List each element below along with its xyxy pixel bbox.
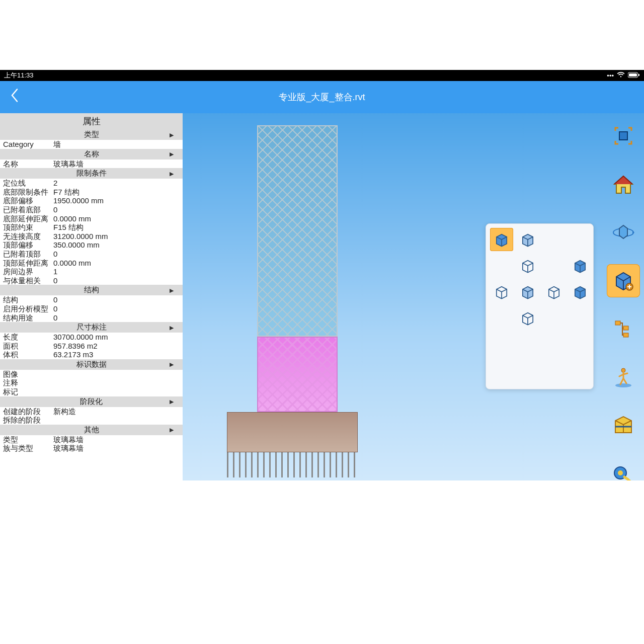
property-value: 玻璃幕墙 bbox=[53, 159, 180, 169]
property-row: 已附着顶部0 bbox=[0, 250, 183, 259]
property-row: 拆除的阶段 bbox=[0, 416, 183, 425]
svg-rect-7 bbox=[623, 326, 628, 330]
section-header-type[interactable]: 类型▶ bbox=[0, 129, 183, 140]
property-value bbox=[53, 416, 180, 425]
section-header-constraints[interactable]: 限制条件▶ bbox=[0, 168, 183, 179]
chevron-right-icon: ▶ bbox=[170, 287, 174, 293]
orbit-icon[interactable] bbox=[607, 216, 640, 249]
property-label: 顶部延伸距离 bbox=[3, 259, 53, 268]
measure-icon[interactable] bbox=[607, 457, 640, 480]
section-icon[interactable] bbox=[607, 409, 640, 442]
property-row: 底部延伸距离0.0000 mm bbox=[0, 214, 183, 223]
property-value: 1950.0000 mm bbox=[53, 196, 180, 205]
property-value: 2 bbox=[53, 179, 180, 188]
status-bar: 上午11:33 ••• bbox=[0, 70, 644, 81]
property-value: 350.0000 mm bbox=[53, 240, 180, 250]
property-row: 与体量相关0 bbox=[0, 276, 183, 285]
property-row: 创建的阶段新构造 bbox=[0, 407, 183, 416]
chevron-right-icon: ▶ bbox=[170, 427, 174, 433]
property-value: F15 结构 bbox=[53, 223, 180, 232]
status-time: 上午11:33 bbox=[4, 71, 34, 80]
property-row: 底部限制条件F7 结构 bbox=[0, 188, 183, 197]
property-value: 0.0000 mm bbox=[53, 214, 180, 223]
visual-style-hidden-line[interactable] bbox=[542, 280, 566, 303]
visual-style-ghost[interactable] bbox=[516, 306, 539, 330]
visual-style-wire-dark[interactable] bbox=[490, 280, 513, 303]
property-row: Category墙 bbox=[0, 140, 183, 149]
more-icon: ••• bbox=[607, 72, 614, 79]
property-label: 面积 bbox=[3, 342, 53, 351]
section-header-identity[interactable]: 标识数据▶ bbox=[0, 359, 183, 370]
property-label: 标记 bbox=[3, 387, 53, 396]
property-row: 顶部延伸距离0.0000 mm bbox=[0, 259, 183, 268]
chevron-right-icon: ▶ bbox=[170, 170, 174, 177]
property-label: 房间边界 bbox=[3, 267, 53, 276]
visual-style-shaded-transparent[interactable] bbox=[516, 228, 539, 251]
property-label: 无连接高度 bbox=[3, 232, 53, 241]
file-title: 专业版_大厦_整合.rvt bbox=[279, 91, 365, 103]
section-header-structure[interactable]: 结构▶ bbox=[0, 285, 183, 295]
property-label: 注释 bbox=[3, 378, 53, 387]
property-label: 底部偏移 bbox=[3, 196, 53, 205]
back-button[interactable] bbox=[10, 89, 19, 106]
property-label: 已附着底部 bbox=[3, 205, 53, 214]
section-header-phasing[interactable]: 阶段化▶ bbox=[0, 396, 183, 407]
property-row: 图像 bbox=[0, 370, 183, 379]
fullscreen-icon[interactable] bbox=[607, 119, 640, 152]
section-header-dimensions[interactable]: 尺寸标注▶ bbox=[0, 322, 183, 333]
svg-rect-1 bbox=[638, 74, 639, 76]
property-label: 底部限制条件 bbox=[3, 188, 53, 197]
property-label: 顶部约束 bbox=[3, 223, 53, 232]
property-label: 顶部偏移 bbox=[3, 240, 53, 250]
chevron-right-icon: ▶ bbox=[170, 324, 174, 331]
property-value: 墙 bbox=[53, 140, 180, 149]
walk-icon[interactable] bbox=[607, 361, 640, 394]
wifi-icon bbox=[617, 72, 625, 79]
visual-style-solid-blue[interactable] bbox=[569, 254, 592, 277]
home-icon[interactable] bbox=[607, 168, 640, 201]
property-value: 30700.0000 mm bbox=[53, 333, 180, 342]
visual-style-wireframe[interactable] bbox=[516, 254, 539, 277]
property-label: 创建的阶段 bbox=[3, 407, 53, 416]
section-header-other[interactable]: 其他▶ bbox=[0, 425, 183, 435]
right-toolbar bbox=[606, 119, 641, 480]
property-row: 标记 bbox=[0, 387, 183, 396]
property-value: 玻璃幕墙 bbox=[53, 444, 180, 453]
property-value: 0 bbox=[53, 295, 180, 304]
property-label: 启用分析模型 bbox=[3, 304, 53, 313]
tree-icon[interactable] bbox=[607, 312, 640, 346]
building-model[interactable] bbox=[207, 125, 358, 477]
visual-style-shaded-light[interactable] bbox=[516, 280, 539, 303]
property-label: 结构 bbox=[3, 295, 53, 304]
property-label: 族与类型 bbox=[3, 444, 53, 453]
visual-style-shaded-solid[interactable] bbox=[490, 228, 513, 251]
property-label: 拆除的阶段 bbox=[3, 416, 53, 425]
property-value: 0 bbox=[53, 205, 180, 214]
3d-viewport[interactable] bbox=[183, 113, 644, 480]
visual-style-realistic[interactable] bbox=[569, 280, 592, 303]
property-value: 0 bbox=[53, 250, 180, 259]
properties-panel-title: 属性 bbox=[0, 113, 183, 129]
property-row: 族与类型玻璃幕墙 bbox=[0, 444, 183, 453]
property-row: 启用分析模型0 bbox=[0, 304, 183, 313]
property-value bbox=[53, 370, 180, 379]
property-value: F7 结构 bbox=[53, 188, 180, 197]
section-header-name[interactable]: 名称▶ bbox=[0, 149, 183, 159]
property-row: 无连接高度31200.0000 mm bbox=[0, 232, 183, 241]
property-value: 0 bbox=[53, 313, 180, 323]
property-value: 1 bbox=[53, 267, 180, 276]
chevron-right-icon: ▶ bbox=[170, 398, 174, 405]
svg-rect-6 bbox=[615, 321, 620, 325]
property-row: 房间边界1 bbox=[0, 267, 183, 276]
property-row: 定位线2 bbox=[0, 179, 183, 188]
property-row: 名称玻璃幕墙 bbox=[0, 159, 183, 169]
svg-rect-3 bbox=[619, 132, 627, 140]
property-row: 结构0 bbox=[0, 295, 183, 304]
property-label: 类型 bbox=[3, 435, 53, 444]
chevron-right-icon: ▶ bbox=[170, 151, 174, 157]
properties-panel: 属性 类型▶Category墙名称▶名称玻璃幕墙限制条件▶定位线2底部限制条件F… bbox=[0, 113, 183, 480]
property-label: 定位线 bbox=[3, 179, 53, 188]
visual-style-icon[interactable] bbox=[607, 264, 640, 297]
property-value: 0.0000 mm bbox=[53, 259, 180, 268]
property-value: 玻璃幕墙 bbox=[53, 435, 180, 444]
